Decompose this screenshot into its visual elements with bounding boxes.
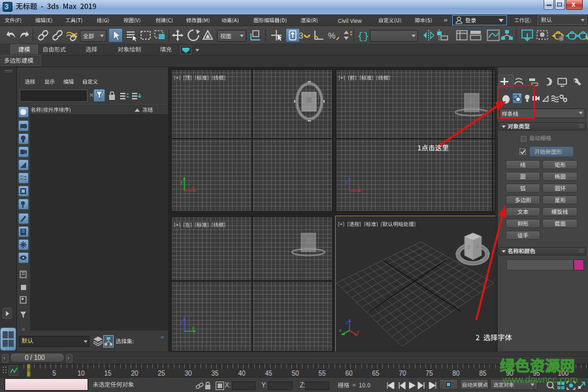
svg-text:y: y bbox=[192, 325, 195, 331]
svg-text:x: x bbox=[357, 185, 360, 189]
svg-text:x: x bbox=[192, 185, 195, 189]
svg-text:x: x bbox=[339, 327, 342, 333]
svg-text:z: z bbox=[180, 320, 183, 325]
svg-text:z: z bbox=[346, 180, 348, 184]
svg-text:%: % bbox=[328, 31, 336, 41]
svg-text:{}: {} bbox=[357, 31, 369, 42]
svg-text:y: y bbox=[357, 329, 359, 335]
svg-text:y: y bbox=[180, 180, 183, 185]
svg-text:z: z bbox=[346, 319, 348, 325]
svg-text:3: 3 bbox=[299, 31, 303, 41]
